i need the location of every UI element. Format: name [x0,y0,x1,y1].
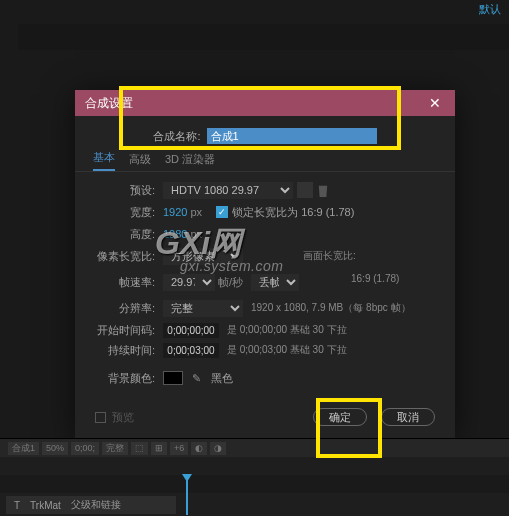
tab-advanced[interactable]: 高级 [129,152,151,171]
frame-aspect-label: 画面长宽比: [303,249,356,263]
eyedropper-icon[interactable]: ✎ [189,371,203,385]
preset-select[interactable]: HDTV 1080 29.97 [163,182,293,199]
framerate-unit: 帧/秒 [218,275,243,290]
view-icon[interactable]: ⊞ [151,442,167,455]
preset-label: 预设: [93,183,163,198]
bgcolor-label: 背景颜色: [93,371,163,386]
column-headers: T TrkMat 父级和链接 [6,496,176,514]
viewer-bg [18,24,509,50]
composition-settings-dialog: 合成设置 ✕ 合成名称: 基本 高级 3D 渲染器 预设: HDTV 1080 … [75,90,455,438]
comp-tab[interactable]: 合成1 [8,442,39,455]
zoom-level[interactable]: 50% [42,442,68,455]
width-unit: px [190,206,202,218]
lock-aspect-label: 锁定长宽比为 16:9 (1.78) [232,205,354,220]
time-ruler[interactable] [0,475,509,493]
ok-button[interactable]: 确定 [313,408,367,426]
start-tc-input[interactable] [163,323,219,338]
height-value[interactable]: 1080 [163,228,187,240]
width-value[interactable]: 1920 [163,206,187,218]
duration-input[interactable] [163,343,219,358]
start-tc-label: 开始时间码: [93,323,163,338]
col-trkmat[interactable]: TrkMat [30,500,61,511]
pixel-aspect-select[interactable]: 方形像素 [163,248,243,265]
checkbox-icon [95,412,106,423]
tool-a-icon[interactable]: ◐ [191,442,207,455]
grid-icon[interactable]: ⬚ [131,442,148,455]
frame-aspect-value: 16:9 (1.78) [351,273,399,284]
framerate-select[interactable]: 29.97 [163,274,215,291]
timeline-panel: 合成1 50% 0;00; 完整 ⬚ ⊞ +6 ◐ ◑ T TrkMat 父级和… [0,438,509,516]
exposure[interactable]: +6 [170,442,188,455]
topbar-default[interactable]: 默认 [479,2,501,17]
tabs: 基本 高级 3D 渲染器 [75,152,455,172]
height-label: 高度: [93,227,163,242]
height-unit: px [190,228,202,240]
check-icon: ✓ [216,206,228,218]
tab-basic[interactable]: 基本 [93,150,115,171]
playhead[interactable] [186,475,188,515]
cancel-button[interactable]: 取消 [381,408,435,426]
resolution-label: 分辨率: [93,301,163,316]
comp-name-input[interactable] [207,128,377,144]
duration-label: 持续时间: [93,343,163,358]
bgcolor-name: 黑色 [211,371,233,386]
pixel-aspect-label: 像素长宽比: [93,249,163,264]
lock-aspect-checkbox[interactable]: ✓ 锁定长宽比为 16:9 (1.78) [216,205,354,220]
bgcolor-swatch[interactable] [163,371,183,385]
close-button[interactable]: ✕ [425,95,445,111]
save-preset-icon[interactable] [297,182,313,198]
tool-b-icon[interactable]: ◑ [210,442,226,455]
resolution-info: 1920 x 1080, 7.9 MB（每 8bpc 帧） [251,301,411,315]
dialog-title: 合成设置 [85,95,133,112]
width-label: 宽度: [93,205,163,220]
preview-checkbox[interactable]: 预览 [95,410,134,425]
tab-renderer[interactable]: 3D 渲染器 [165,152,215,171]
duration-desc: 是 0;00;03;00 基础 30 下拉 [227,343,347,357]
current-time[interactable]: 0;00; [71,442,99,455]
resolution-select[interactable]: 完整 [163,300,243,317]
res-indicator[interactable]: 完整 [102,442,128,455]
col-t[interactable]: T [14,500,20,511]
comp-name-label: 合成名称: [153,129,200,144]
framerate-label: 帧速率: [93,275,163,290]
col-parent[interactable]: 父级和链接 [71,498,121,512]
viewer-toolbar: 合成1 50% 0;00; 完整 ⬚ ⊞ +6 ◐ ◑ [0,439,509,457]
dialog-header[interactable]: 合成设置 ✕ [75,90,455,116]
start-tc-desc: 是 0;00;00;00 基础 30 下拉 [227,323,347,337]
delete-preset-icon[interactable] [317,183,329,197]
preview-label: 预览 [112,410,134,425]
dropframe-select[interactable]: 丢帧 [251,274,299,291]
